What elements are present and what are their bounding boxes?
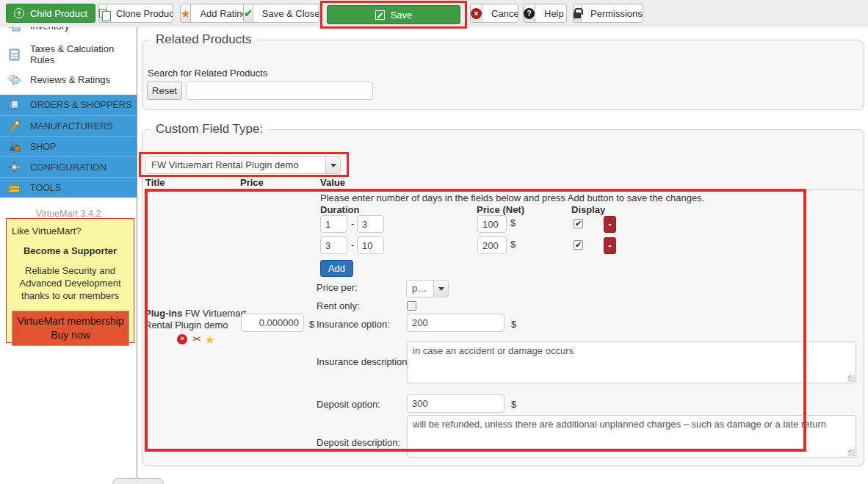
sidebar-item-label: Inventory xyxy=(30,27,69,32)
insurance-description-textarea[interactable]: in case an accident or damage occurs xyxy=(407,342,856,383)
sidebar-item-taxes[interactable]: Taxes & Calculation Rules xyxy=(0,42,137,67)
rent-only-checkbox[interactable] xyxy=(407,301,416,311)
child-product-button[interactable]: + Child Product xyxy=(6,4,95,23)
search-related-label: Search for Related Products xyxy=(148,68,267,79)
sidebar-item-inventory[interactable]: Inventory xyxy=(0,27,137,35)
gear-icon xyxy=(8,161,21,173)
sidebar-item-tools[interactable]: TOOLS xyxy=(0,177,137,198)
remove-row-button[interactable]: - xyxy=(604,216,616,233)
favorite-star-icon[interactable]: ★ xyxy=(205,334,214,345)
folders-icon xyxy=(8,99,21,112)
sidebar-item-label: Taxes & Calculation Rules xyxy=(30,43,137,65)
chat-bubbles-icon xyxy=(8,73,21,86)
deposit-option-label: Deposit option: xyxy=(317,399,380,410)
sidebar-item-shop[interactable]: SHOP xyxy=(0,136,137,156)
save-close-button[interactable]: ✔ Save & Close xyxy=(243,4,319,23)
display-checkbox[interactable] xyxy=(574,219,583,228)
supporter-question: Like VirtueMart? xyxy=(12,225,129,236)
price-per-label: Price per: xyxy=(317,282,358,293)
range-separator: - xyxy=(351,239,354,250)
price-per-select[interactable]: p… xyxy=(406,280,449,297)
remove-row-button[interactable]: - xyxy=(604,237,616,254)
cancel-icon: × xyxy=(471,8,482,19)
currency-symbol: $ xyxy=(510,217,516,228)
custom-field-type-value: FW Virtuemart Rental Plugin demo xyxy=(145,156,326,174)
save-button[interactable]: Save xyxy=(327,5,460,24)
duration-from-input[interactable] xyxy=(320,236,347,254)
column-header-value: Value xyxy=(320,177,345,188)
help-icon: ? xyxy=(524,8,535,19)
insurance-option-label: Insurance option: xyxy=(317,319,390,330)
related-products-legend: Related Products xyxy=(150,32,257,47)
version-text: VirtueMart 3.4.2 xyxy=(0,209,137,219)
inventory-icon xyxy=(8,27,21,32)
price-net-input[interactable] xyxy=(477,236,507,254)
price-net-input[interactable] xyxy=(477,215,507,233)
sidebar-item-label: CONFIGURATION xyxy=(30,162,106,173)
insurance-option-input[interactable] xyxy=(407,314,504,332)
display-checkbox[interactable] xyxy=(574,240,583,250)
resize-grip-icon[interactable] xyxy=(848,375,855,382)
sidebar-item-configuration[interactable]: CONFIGURATION xyxy=(0,156,137,177)
delete-icon[interactable]: × xyxy=(177,334,187,344)
header-divider xyxy=(144,189,862,190)
cancel-label: Cancel xyxy=(482,4,518,22)
deposit-description-label: Deposit description: xyxy=(317,437,400,448)
sidebar-item-reviews[interactable]: Reviews & Ratings xyxy=(0,67,137,92)
price-net-column-label: Price (Net) xyxy=(477,204,524,215)
column-header-price: Price xyxy=(240,177,264,188)
reset-button[interactable]: Reset xyxy=(147,82,182,100)
sidebar-item-manufacturers[interactable]: MANUFACTURERS xyxy=(0,115,137,136)
sidebar-item-label: ORDERS & SHOPPERS xyxy=(30,100,131,110)
custom-field-legend: Custom Field Type: xyxy=(150,122,269,137)
save-annotation-box: Save xyxy=(320,1,467,29)
custom-field-type-select[interactable]: FW Virtuemart Rental Plugin demo xyxy=(145,156,341,174)
edit-icon xyxy=(375,10,385,20)
resize-grip-icon[interactable] xyxy=(848,449,855,456)
insurance-description-label: Insurance description: xyxy=(317,356,410,367)
sidebar-item-label: MANUFACTURERS xyxy=(30,121,113,131)
deposit-description-textarea[interactable]: will be refunded, unless there are addit… xyxy=(407,415,856,458)
toolbar: + Child Product Clone Product ★ Add Rati… xyxy=(0,0,868,27)
duration-column-label: Duration xyxy=(320,204,359,215)
help-button[interactable]: ? Help xyxy=(523,4,567,23)
lock-icon xyxy=(574,12,581,18)
select-arrow-button[interactable] xyxy=(325,156,341,174)
permissions-button[interactable]: Permissions xyxy=(573,4,643,23)
custom-field-row-title: Plug-ins FW Virtuemart Rental Plugin dem… xyxy=(145,308,247,345)
currency-symbol: $ xyxy=(510,239,516,250)
deposit-option-input[interactable] xyxy=(407,394,504,413)
range-separator: - xyxy=(351,218,354,229)
display-column-label: Display xyxy=(571,204,605,215)
sidebar-item-label: Reviews & Ratings xyxy=(30,74,110,85)
check-icon: ✔ xyxy=(244,8,253,18)
resize-icon[interactable]: >< xyxy=(192,335,200,344)
buy-now-button[interactable]: VirtueMart membership Buy now xyxy=(12,311,129,346)
save-label: Save xyxy=(391,10,413,21)
row-title-type: Plug-ins xyxy=(145,308,182,319)
child-product-label: Child Product xyxy=(30,8,87,19)
currency-symbol: $ xyxy=(309,319,314,330)
duration-from-input[interactable] xyxy=(320,215,347,233)
cancel-button[interactable]: × Cancel xyxy=(470,4,518,23)
supporter-title: Become a Supporter xyxy=(12,245,129,256)
select-arrow-button[interactable] xyxy=(433,280,449,297)
sidebar-item-orders-shoppers[interactable]: ORDERS & SHOPPERS xyxy=(0,95,137,115)
add-rating-button[interactable]: ★ Add Rating xyxy=(180,4,252,23)
add-button[interactable]: Add xyxy=(320,260,353,277)
clone-product-label: Clone Product xyxy=(107,4,173,22)
save-close-label: Save & Close xyxy=(253,4,319,22)
currency-symbol: $ xyxy=(511,399,516,410)
clone-product-button[interactable]: Clone Product xyxy=(98,4,173,23)
row-price-input[interactable] xyxy=(241,314,304,332)
duration-to-input[interactable] xyxy=(357,215,384,233)
duration-to-input[interactable] xyxy=(357,236,384,254)
sidebar-item-label: SHOP xyxy=(30,142,56,152)
price-per-value: p… xyxy=(406,280,434,297)
supporter-description: Reliable Security and Advanced Developme… xyxy=(12,264,129,302)
supporter-box: Like VirtueMart? Become a Supporter Reli… xyxy=(6,218,134,343)
bottom-stub-button[interactable] xyxy=(112,478,164,484)
rental-intro-text: Please enter number of days in the field… xyxy=(320,192,704,203)
search-related-input[interactable] xyxy=(186,82,373,100)
clone-icon xyxy=(99,9,106,18)
